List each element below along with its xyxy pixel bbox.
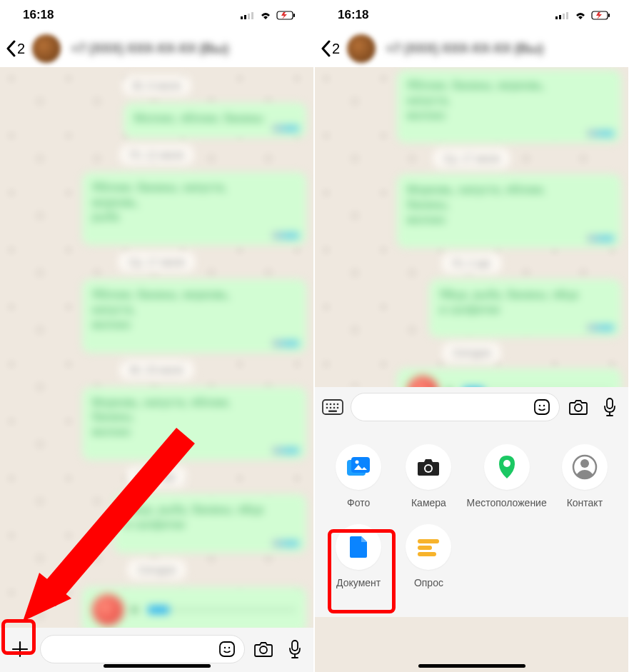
back-unread-count: 2 — [332, 41, 340, 57]
svg-rect-28 — [328, 411, 337, 413]
svg-point-38 — [426, 466, 431, 471]
svg-rect-43 — [418, 546, 432, 550]
chevron-left-icon — [6, 40, 16, 57]
keyboard-icon — [322, 399, 343, 415]
microphone-icon — [603, 397, 616, 417]
blurred-messages: Яблоки, бананы, морковь, капуста,молоко … — [315, 67, 628, 387]
svg-rect-10 — [292, 641, 298, 651]
sticker-icon — [533, 398, 550, 416]
home-indicator[interactable] — [418, 664, 525, 668]
svg-point-39 — [503, 460, 510, 467]
attach-camera[interactable]: Камера — [396, 444, 461, 508]
message-text-input[interactable] — [351, 393, 560, 421]
attach-plus-button[interactable] — [6, 635, 34, 663]
back-unread-count: 2 — [17, 41, 25, 57]
attach-contact-label: Контакт — [567, 497, 603, 508]
photo-icon — [346, 456, 371, 478]
svg-rect-42 — [418, 539, 439, 543]
status-bar: 16:18 — [0, 0, 313, 30]
svg-point-9 — [260, 646, 267, 653]
svg-point-24 — [326, 407, 328, 409]
svg-point-27 — [337, 407, 339, 409]
wifi-icon — [259, 11, 272, 20]
status-time: 16:18 — [23, 8, 54, 22]
contact-avatar[interactable] — [32, 34, 61, 63]
attach-camera-label: Камера — [411, 497, 446, 508]
svg-point-30 — [539, 405, 540, 406]
svg-point-22 — [333, 403, 336, 406]
message-text-input[interactable] — [40, 635, 245, 663]
microphone-icon — [288, 639, 301, 659]
message-input-bar — [315, 387, 628, 427]
attach-location[interactable]: Местоположение — [467, 444, 547, 508]
camera-button[interactable] — [565, 394, 591, 420]
attach-photo-label: Фото — [347, 497, 370, 508]
attach-location-label: Местоположение — [467, 497, 547, 508]
battery-icon — [276, 11, 296, 20]
svg-rect-0 — [241, 16, 243, 19]
svg-rect-14 — [559, 15, 561, 19]
sticker-icon — [218, 641, 236, 658]
attach-poll-label: Опрос — [414, 577, 443, 588]
document-icon — [348, 535, 368, 559]
svg-point-25 — [330, 407, 332, 409]
plus-icon — [10, 639, 30, 659]
chat-messages-area[interactable]: Вт, 9 июля Молоко, яблоки, бананы Пт, 12… — [0, 67, 313, 628]
svg-rect-3 — [251, 12, 253, 19]
svg-point-21 — [330, 403, 332, 406]
svg-point-23 — [337, 403, 339, 406]
contact-person-icon — [572, 454, 598, 480]
contact-name[interactable]: +7 (XXX) XXX-XX-XX (Вы) — [71, 41, 228, 56]
attach-contact[interactable]: Контакт — [553, 444, 617, 508]
svg-rect-1 — [244, 15, 246, 19]
contact-name[interactable]: +7 (XXX) XXX-XX-XX (Вы) — [386, 41, 543, 56]
svg-point-20 — [326, 403, 328, 406]
chat-messages-area[interactable]: Яблоки, бананы, морковь, капуста,молоко … — [315, 67, 628, 387]
status-bar: 16:18 — [315, 0, 628, 30]
chevron-left-icon — [321, 40, 331, 57]
chat-header: 2 +7 (XXX) XXX-XX-XX (Вы) — [315, 30, 628, 67]
svg-rect-5 — [293, 14, 295, 17]
signal-icon — [555, 11, 570, 19]
poll-icon — [416, 537, 441, 557]
status-time: 16:18 — [338, 8, 368, 22]
microphone-button[interactable] — [597, 394, 623, 420]
blurred-messages: Вт, 9 июля Молоко, яблоки, бананы Пт, 12… — [0, 67, 313, 628]
phone-screenshot-right: 16:18 2 +7 (XXX) XXX-XX-XX (Вы) Яблоки, … — [315, 0, 628, 672]
svg-rect-44 — [418, 552, 436, 556]
svg-rect-33 — [607, 398, 613, 408]
attach-document[interactable]: Документ — [326, 524, 391, 588]
attach-poll[interactable]: Опрос — [396, 524, 461, 588]
svg-rect-15 — [563, 14, 565, 19]
camera-filled-icon — [416, 456, 441, 478]
chat-header: 2 +7 (XXX) XXX-XX-XX (Вы) — [0, 30, 313, 67]
camera-button[interactable] — [251, 636, 276, 662]
battery-icon — [591, 11, 611, 20]
wifi-icon — [574, 11, 587, 20]
svg-rect-35 — [351, 457, 370, 473]
phone-screenshot-left: 16:18 2 +7 (XXX) XXX-XX-XX (Вы) Вт, 9 ию… — [0, 0, 313, 672]
status-icons — [555, 11, 611, 20]
svg-point-41 — [580, 459, 589, 468]
home-indicator[interactable] — [104, 664, 211, 668]
svg-rect-2 — [248, 14, 250, 19]
keyboard-toggle-button[interactable] — [321, 395, 345, 419]
svg-rect-16 — [566, 12, 568, 19]
back-button[interactable]: 2 — [6, 40, 25, 57]
back-button[interactable]: 2 — [321, 40, 340, 57]
attach-document-label: Документ — [336, 577, 381, 588]
attach-photo[interactable]: Фото — [326, 444, 391, 508]
svg-point-32 — [575, 404, 582, 411]
svg-point-8 — [228, 647, 230, 648]
contact-avatar[interactable] — [347, 34, 376, 63]
status-icons — [241, 11, 296, 20]
camera-icon — [568, 398, 588, 416]
location-pin-icon — [497, 454, 517, 480]
svg-point-31 — [543, 405, 545, 406]
svg-point-26 — [333, 407, 336, 409]
camera-icon — [253, 641, 273, 658]
svg-point-7 — [224, 647, 226, 648]
signal-icon — [241, 11, 255, 19]
microphone-button[interactable] — [282, 636, 308, 662]
svg-point-36 — [356, 461, 359, 464]
